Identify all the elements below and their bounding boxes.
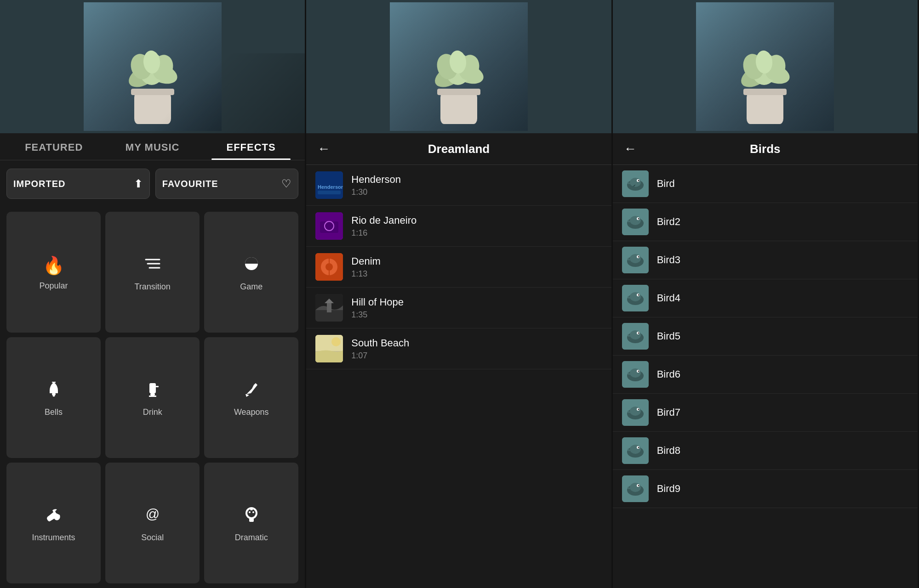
- svg-rect-40: [318, 191, 341, 194]
- game-icon: [243, 255, 260, 277]
- rio-duration: 1:16: [351, 228, 602, 238]
- bells-label: Bells: [45, 407, 63, 417]
- svg-point-71: [630, 216, 641, 225]
- svg-rect-50: [327, 303, 331, 312]
- drink-icon: [144, 380, 161, 402]
- svg-rect-20: [156, 386, 159, 387]
- svg-point-98: [638, 409, 639, 410]
- grid-item-drink[interactable]: Drink: [105, 337, 200, 458]
- svg-point-76: [630, 254, 641, 263]
- birds-header: ← Birds: [613, 133, 918, 165]
- southbeach-title: South Beach: [351, 337, 602, 349]
- hero-image-3: [613, 0, 918, 133]
- dramatic-label: Dramatic: [235, 533, 268, 543]
- import-icon: ⬆: [134, 177, 143, 190]
- svg-point-15: [52, 394, 55, 396]
- tab-effects[interactable]: EFFECTS: [202, 133, 300, 160]
- svg-point-68: [638, 180, 639, 181]
- bird-thumbnail-2: [622, 209, 649, 235]
- svg-point-27: [252, 511, 254, 513]
- svg-point-66: [630, 178, 641, 187]
- grid-item-weapons[interactable]: Weapons: [204, 337, 298, 458]
- dreamland-back-button[interactable]: ←: [317, 141, 330, 156]
- hillofhope-info: Hill of Hope 1:35: [351, 296, 602, 320]
- list-item[interactable]: Bird6: [613, 356, 918, 394]
- tab-mymusic[interactable]: MY MUSIC: [103, 133, 201, 160]
- fire-icon: 🔥: [43, 255, 64, 276]
- svg-point-101: [630, 445, 641, 454]
- grid-item-bells[interactable]: Bells: [6, 337, 101, 458]
- grid-item-popular[interactable]: 🔥 Popular: [6, 212, 101, 333]
- list-item[interactable]: Bird7: [613, 394, 918, 432]
- music-item-southbeach[interactable]: South Beach 1:07: [306, 328, 611, 369]
- tabs-row: FEATURED MY MUSIC EFFECTS: [0, 133, 305, 160]
- list-item[interactable]: Bird: [613, 165, 918, 203]
- list-item[interactable]: Bird3: [613, 241, 918, 279]
- list-item[interactable]: Bird5: [613, 317, 918, 356]
- bird-list: Bird Bird2: [613, 165, 918, 588]
- music-item-rio[interactable]: Rio de Janeiro 1:16: [306, 206, 611, 247]
- rio-info: Rio de Janeiro 1:16: [351, 215, 602, 238]
- list-item[interactable]: Bird4: [613, 279, 918, 317]
- svg-rect-17: [149, 383, 156, 393]
- bird-thumbnail-1: [622, 170, 649, 197]
- svg-rect-19: [149, 396, 156, 397]
- drink-label: Drink: [143, 407, 162, 417]
- grid-item-dramatic[interactable]: Dramatic: [204, 463, 298, 583]
- rio-thumbnail: [315, 212, 343, 240]
- svg-point-81: [630, 292, 641, 301]
- dreamland-title: Dreamland: [339, 142, 578, 156]
- birds-title: Birds: [646, 142, 885, 156]
- henderson-duration: 1:30: [351, 187, 602, 197]
- svg-point-86: [630, 330, 641, 339]
- henderson-info: Henderson 1:30: [351, 174, 602, 197]
- grid-item-social[interactable]: @ Social: [105, 463, 200, 583]
- bird-name-1: Bird: [657, 178, 675, 190]
- bird-name-5: Bird5: [657, 330, 680, 342]
- panel-birds: ← Birds Bird: [613, 0, 919, 588]
- svg-rect-18: [150, 393, 155, 396]
- henderson-thumbnail: Henderson: [315, 171, 343, 199]
- hillofhope-thumbnail: [315, 294, 343, 322]
- imported-label: IMPORTED: [13, 179, 66, 189]
- bird-name-3: Bird3: [657, 254, 680, 266]
- grid-item-game[interactable]: Game: [204, 212, 298, 333]
- bird-thumbnail-3: [622, 247, 649, 273]
- music-item-henderson[interactable]: Henderson Henderson 1:30: [306, 165, 611, 206]
- dramatic-icon: [243, 506, 260, 527]
- bird-name-9: Bird9: [657, 483, 680, 495]
- favourite-button[interactable]: FAVOURITE ♡: [155, 169, 299, 199]
- list-item[interactable]: Bird8: [613, 432, 918, 470]
- list-item[interactable]: Bird2: [613, 203, 918, 241]
- henderson-title: Henderson: [351, 174, 602, 186]
- southbeach-duration: 1:07: [351, 351, 602, 361]
- svg-text:Henderson: Henderson: [318, 184, 343, 190]
- tab-featured[interactable]: FEATURED: [5, 133, 103, 160]
- bird-name-4: Bird4: [657, 292, 680, 304]
- denim-info: Denim 1:13: [351, 255, 602, 279]
- heart-icon: ♡: [281, 177, 291, 190]
- popular-label: Popular: [40, 281, 68, 291]
- grid-item-transition[interactable]: Transition: [105, 212, 200, 333]
- bird-name-6: Bird6: [657, 368, 680, 380]
- panel-effects: FEATURED MY MUSIC EFFECTS IMPORTED ⬆ FAV…: [0, 0, 306, 588]
- music-item-denim[interactable]: Denim 1:13: [306, 247, 611, 288]
- svg-point-93: [638, 371, 639, 372]
- denim-duration: 1:13: [351, 269, 602, 279]
- list-item[interactable]: Bird9: [613, 470, 918, 508]
- svg-point-53: [331, 337, 341, 346]
- birds-back-button[interactable]: ←: [624, 141, 637, 156]
- hero-image: [0, 0, 305, 133]
- hero-shadow: [122, 53, 305, 133]
- grid-item-instruments[interactable]: Instruments: [6, 463, 101, 583]
- svg-rect-56: [747, 92, 783, 124]
- svg-point-106: [630, 483, 641, 492]
- music-item-hillofhope[interactable]: Hill of Hope 1:35: [306, 288, 611, 328]
- dreamland-header: ← Dreamland: [306, 133, 611, 165]
- svg-rect-30: [440, 92, 477, 124]
- panel-dreamland: ← Dreamland Henderson Henderson 1:30: [306, 0, 612, 588]
- imported-button[interactable]: IMPORTED ⬆: [6, 169, 150, 199]
- transition-label: Transition: [134, 282, 170, 292]
- bird-name-2: Bird2: [657, 216, 680, 228]
- svg-rect-24: [250, 509, 253, 510]
